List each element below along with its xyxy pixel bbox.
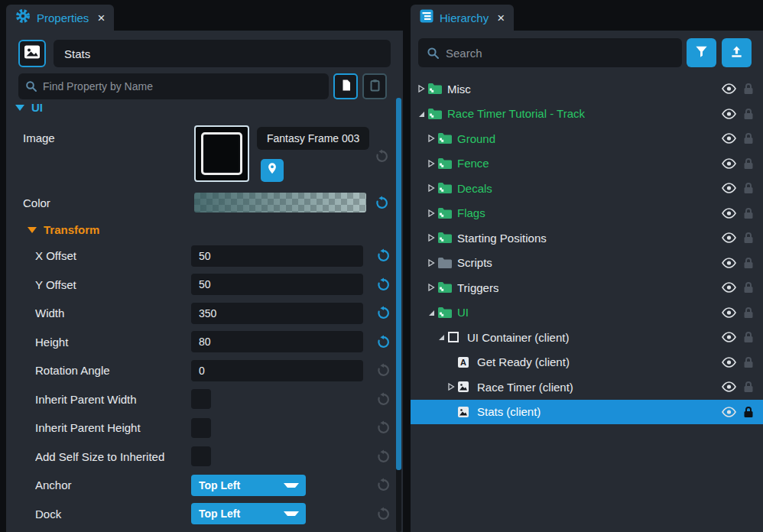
- lock-icon[interactable]: [739, 207, 758, 219]
- asset-picker-button[interactable]: [261, 159, 284, 182]
- visibility-eye-icon[interactable]: [719, 133, 739, 144]
- expand-arrow-icon[interactable]: [425, 284, 437, 291]
- tab-properties[interactable]: Properties ×: [6, 5, 114, 31]
- filter-button[interactable]: [687, 38, 716, 67]
- close-hierarchy-tab-button[interactable]: ×: [497, 11, 505, 24]
- tree-item-get-ready-client[interactable]: A Get Ready (client): [411, 350, 763, 375]
- tree-item-race-timer-client[interactable]: Race Timer (client): [411, 375, 763, 400]
- reset-width-button[interactable]: [375, 306, 391, 321]
- reset-height-button[interactable]: [375, 334, 391, 349]
- dock-row: Dock Top Left: [6, 500, 403, 529]
- visibility-eye-icon[interactable]: [719, 232, 739, 243]
- lock-icon[interactable]: [739, 232, 758, 244]
- x-offset-input[interactable]: [191, 245, 363, 267]
- expand-arrow-icon[interactable]: [425, 160, 437, 167]
- color-swatch[interactable]: [194, 193, 366, 212]
- tree-item-ground[interactable]: Ground: [411, 126, 763, 151]
- reset-dock-button[interactable]: [375, 506, 391, 521]
- lock-icon[interactable]: [739, 108, 758, 120]
- expand-arrow-icon[interactable]: [425, 259, 437, 267]
- lock-icon[interactable]: [739, 83, 758, 95]
- lock-icon[interactable]: [739, 356, 758, 368]
- visibility-eye-icon[interactable]: [719, 158, 739, 169]
- reset-image-button[interactable]: [374, 148, 389, 164]
- expand-arrow-icon[interactable]: [425, 234, 437, 242]
- paste-properties-button[interactable]: [362, 73, 387, 99]
- hierarchy-icon: [420, 9, 433, 26]
- ui-section-header[interactable]: UI: [15, 101, 43, 114]
- tree-item-stats-client[interactable]: Stats (client): [411, 400, 763, 425]
- add-self-size-checkbox[interactable]: [191, 446, 211, 466]
- inherit-parent-width-label: Inherit Parent Width: [35, 393, 191, 406]
- scrollbar-thumb[interactable]: [396, 98, 401, 470]
- rotation-angle-input[interactable]: [191, 360, 363, 381]
- tree-item-fence[interactable]: Fence: [411, 151, 763, 177]
- image-asset-name-chip[interactable]: Fantasy Frame 003: [257, 127, 369, 150]
- reset-rotation-button[interactable]: [375, 363, 391, 378]
- visibility-eye-icon[interactable]: [719, 407, 739, 417]
- anchor-dropdown[interactable]: Top Left: [191, 475, 306, 496]
- object-type-button[interactable]: [18, 40, 46, 67]
- visibility-eye-icon[interactable]: [719, 208, 739, 219]
- lock-icon[interactable]: [739, 257, 758, 269]
- height-input[interactable]: [191, 331, 363, 352]
- lock-icon[interactable]: [739, 331, 758, 343]
- hierarchy-search-input[interactable]: [418, 38, 682, 67]
- tree-item-race-timer-tutorial-track[interactable]: Race Timer Tutorial - Track: [411, 102, 763, 127]
- visibility-eye-icon[interactable]: [719, 183, 739, 193]
- visibility-eye-icon[interactable]: [719, 258, 739, 268]
- visibility-eye-icon[interactable]: [719, 282, 739, 293]
- expand-arrow-icon[interactable]: [425, 184, 437, 192]
- reset-y-offset-button[interactable]: [375, 277, 391, 292]
- expand-arrow-icon[interactable]: [445, 383, 457, 391]
- reset-inherit-height-button[interactable]: [375, 420, 391, 436]
- tree-item-ui-container-client[interactable]: UI Container (client): [411, 325, 763, 350]
- transform-section-header[interactable]: Transform: [28, 223, 99, 236]
- y-offset-input[interactable]: [191, 274, 363, 295]
- tree-item-triggers[interactable]: Triggers: [411, 275, 763, 300]
- tree-item-decals[interactable]: Decals: [411, 176, 763, 201]
- lock-icon[interactable]: [739, 307, 758, 319]
- visibility-eye-icon[interactable]: [719, 381, 739, 392]
- dock-dropdown[interactable]: Top Left: [191, 503, 306, 524]
- object-name-input[interactable]: [54, 40, 391, 67]
- visibility-eye-icon[interactable]: [719, 307, 739, 318]
- reset-inherit-width-button[interactable]: [375, 391, 391, 407]
- find-property-input[interactable]: [18, 73, 329, 99]
- close-properties-tab-button[interactable]: ×: [97, 11, 105, 24]
- reset-x-offset-button[interactable]: [375, 248, 391, 264]
- reset-color-button[interactable]: [374, 195, 389, 210]
- reset-add-self-size-button[interactable]: [375, 449, 391, 464]
- tree-item-scripts[interactable]: Scripts: [411, 251, 763, 276]
- reset-anchor-button[interactable]: [375, 478, 391, 493]
- lock-icon[interactable]: [739, 157, 758, 170]
- visibility-eye-icon[interactable]: [719, 357, 739, 368]
- lock-icon[interactable]: [739, 132, 758, 144]
- x-offset-label: X Offset: [35, 249, 191, 262]
- tree-item-misc[interactable]: Misc: [411, 76, 763, 102]
- inherit-parent-height-checkbox[interactable]: [191, 418, 211, 438]
- lock-icon[interactable]: [739, 281, 758, 294]
- collapse-arrow-icon[interactable]: [425, 309, 437, 316]
- expand-arrow-icon[interactable]: [425, 135, 437, 142]
- copy-properties-button[interactable]: [333, 73, 358, 99]
- tab-hierarchy[interactable]: Hierarchy ×: [411, 5, 514, 31]
- tree-item-flags[interactable]: Flags: [411, 201, 763, 226]
- collapse-arrow-icon[interactable]: [435, 333, 447, 341]
- export-button[interactable]: [722, 38, 752, 67]
- inherit-parent-width-checkbox[interactable]: [191, 389, 211, 409]
- visibility-eye-icon[interactable]: [719, 109, 739, 119]
- image-asset-thumbnail[interactable]: [194, 125, 249, 182]
- lock-icon[interactable]: [739, 406, 758, 418]
- expand-arrow-icon[interactable]: [415, 85, 427, 92]
- width-input[interactable]: [191, 303, 363, 324]
- visibility-eye-icon[interactable]: [719, 332, 739, 342]
- lock-icon[interactable]: [739, 182, 758, 194]
- expand-arrow-icon[interactable]: [425, 209, 437, 217]
- visibility-eye-icon[interactable]: [719, 83, 739, 94]
- dock-label: Dock: [35, 508, 191, 521]
- tree-item-ui[interactable]: UI: [411, 300, 763, 326]
- tree-item-starting-positions[interactable]: Starting Positions: [411, 225, 763, 251]
- lock-icon[interactable]: [739, 381, 758, 393]
- collapse-arrow-icon[interactable]: [415, 110, 427, 118]
